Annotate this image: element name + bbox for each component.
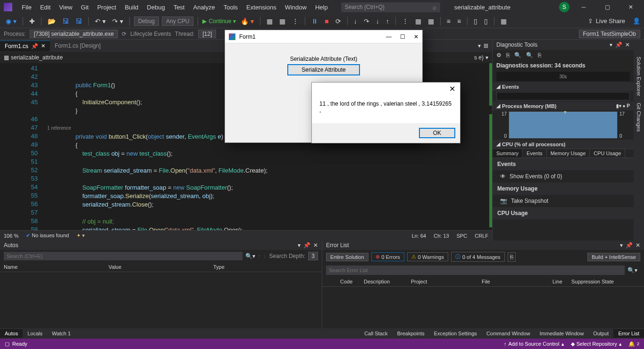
errlist-search[interactable] (326, 266, 625, 275)
hot-reload-icon[interactable]: 🔥 ▾ (239, 17, 256, 26)
tool-icon[interactable]: ▯ (472, 17, 479, 26)
menu-project[interactable]: Project (93, 2, 120, 13)
dropdown-icon[interactable]: ▾ (298, 242, 301, 249)
add-icon[interactable]: ⊞ (484, 42, 488, 49)
feedback-icon[interactable]: 👤 (633, 17, 640, 25)
close-button[interactable]: ✕ (621, 4, 640, 10)
menu-edit[interactable]: Edit (36, 2, 54, 13)
menu-file[interactable]: File (18, 2, 35, 13)
messagebox-dialog[interactable]: ✕ 11 , the lord of the rings , valerian … (311, 82, 460, 143)
menu-build[interactable]: Build (121, 2, 142, 13)
bottom-tab-watch-1[interactable]: Watch 1 (47, 329, 75, 338)
tool-icon[interactable]: ≡ (455, 17, 463, 26)
document-tab[interactable]: Form1.cs📌✕ (0, 41, 50, 51)
dropdown-icon[interactable]: ▾ (610, 42, 612, 48)
warnings-filter[interactable]: ⚠0 Warnings (407, 252, 448, 261)
cpu-header[interactable]: ◢ CPU (% of all processors) (493, 140, 634, 149)
bottom-tab-locals[interactable]: Locals (23, 329, 47, 338)
repo-button[interactable]: ◆ Select Repository ▴ (571, 341, 622, 347)
winform-titlebar[interactable]: Form1 — ☐ ✕ (225, 30, 422, 43)
scope-dropdown[interactable]: Entire Solution (326, 253, 368, 261)
process-dropdown[interactable]: [7308] serializable_attribute.exe (30, 30, 118, 38)
col-value[interactable]: Value (109, 264, 213, 270)
step-out-icon[interactable]: ↑ (384, 17, 391, 26)
tool-icon[interactable]: ▯ (482, 17, 490, 26)
tool-icon[interactable]: ⎘ (506, 52, 510, 58)
close-icon[interactable]: ✕ (625, 42, 630, 48)
save-all-icon[interactable]: 🖫 (74, 17, 84, 26)
save-icon[interactable]: 🖫 (60, 17, 71, 26)
live-share[interactable]: ⇪ Live Share 👤 (588, 17, 640, 25)
global-search[interactable]: Search (Ctrl+Q) ⌕ (341, 2, 440, 12)
gear-icon[interactable]: ⚙ (496, 52, 502, 58)
config-dropdown[interactable]: Debug (134, 17, 159, 26)
bottom-tab-call-stack[interactable]: Call Stack (360, 329, 393, 338)
col-type[interactable]: Type (213, 264, 318, 270)
menu-extensions[interactable]: Extensions (243, 2, 280, 13)
pause-icon[interactable]: ⏸ (309, 17, 320, 26)
bottom-tab-immediate-window[interactable]: Immediate Window (535, 329, 589, 338)
stop-icon[interactable]: ■ (323, 17, 330, 26)
step-icon[interactable]: ↓ (352, 17, 359, 26)
close-icon[interactable]: ✕ (636, 242, 640, 249)
menu-analyze[interactable]: Analyze (189, 2, 218, 13)
redo-icon[interactable]: ↷ ▾ (110, 17, 125, 26)
col-header[interactable]: Code (340, 279, 364, 284)
nav-up-icon[interactable]: ↑ (258, 253, 261, 259)
source-control-button[interactable]: ↑ Add to Source Control ▴ (504, 341, 564, 347)
indent-mode[interactable]: SPC (457, 233, 468, 239)
errors-filter[interactable]: ⊗0 Errors (371, 252, 404, 261)
bottom-tab-autos[interactable]: Autos (0, 329, 23, 338)
pin-icon[interactable]: 📌 (626, 242, 633, 249)
bottom-tab-breakpoints[interactable]: Breakpoints (393, 329, 429, 338)
open-icon[interactable]: 📂 (46, 17, 58, 26)
menu-view[interactable]: View (55, 2, 76, 13)
minimize-button[interactable]: — (386, 33, 392, 40)
tool-icon[interactable]: ▦ (413, 17, 423, 26)
col-header[interactable]: Project (411, 279, 482, 284)
messages-filter[interactable]: ⓘ0 of 4 Messages (451, 252, 505, 262)
undo-icon[interactable]: ↶ ▾ (93, 17, 108, 26)
document-tab[interactable]: Form1.cs [Design] (50, 41, 105, 51)
bottom-tab-exception-settings[interactable]: Exception Settings (429, 329, 482, 338)
autos-search[interactable] (4, 252, 243, 260)
build-filter-dropdown[interactable]: Build + IntelliSense (587, 253, 640, 261)
tool-icon[interactable]: ≡ (445, 17, 452, 26)
tool-icon[interactable]: ⋮ (290, 17, 301, 26)
col-header[interactable] (326, 279, 340, 284)
col-header[interactable]: Line (552, 279, 571, 284)
nav-down-icon[interactable]: ↓ (264, 253, 267, 259)
diag-tab-events[interactable]: Events (523, 149, 547, 158)
tool-icon[interactable]: ▦ (426, 17, 436, 26)
tool-icon[interactable]: ⎘ (508, 252, 516, 262)
nav-project[interactable]: ▦ serializable_attribute (4, 54, 228, 61)
pin-icon[interactable]: 📌 (303, 242, 310, 249)
tool-icon[interactable]: ▦ (265, 17, 275, 26)
col-header[interactable]: Description (364, 279, 411, 284)
line-ending[interactable]: CRLF (475, 233, 488, 239)
notifications-button[interactable]: 🔔2 (628, 341, 639, 347)
menu-debug[interactable]: Debug (143, 2, 168, 13)
nav-member[interactable]: s e) ▾ (460, 54, 488, 61)
tool-icon[interactable]: ✦ ▾ (76, 233, 85, 239)
col-header[interactable]: Suppression State (571, 279, 640, 284)
events-header[interactable]: ◢ Events (493, 82, 634, 91)
bottom-tab-command-window[interactable]: Command Window (482, 329, 535, 338)
pin-icon[interactable]: 📌 (31, 43, 38, 50)
tool-icon[interactable]: ⎘ (538, 52, 541, 58)
git-changes-tab[interactable]: Git Changes (635, 100, 643, 134)
tool-icon[interactable]: ▦ (277, 17, 287, 26)
search-icon[interactable]: 🔍▾ (245, 253, 255, 259)
pin-icon[interactable]: 📌 (615, 42, 622, 48)
zoom-out-icon[interactable]: 🔍 (526, 52, 533, 58)
menu-git[interactable]: Git (77, 2, 92, 13)
show-events-link[interactable]: 👁Show Events (0 of 0) (493, 170, 634, 183)
close-icon[interactable]: ✕ (313, 242, 318, 249)
minimize-button[interactable]: ─ (574, 4, 593, 10)
tool-icon[interactable]: ⋮ (400, 17, 410, 26)
close-button[interactable]: ✕ (414, 33, 418, 40)
serialize-button[interactable]: Serialize Attribute (287, 64, 360, 75)
menu-tools[interactable]: Tools (220, 2, 242, 13)
back-icon[interactable]: ◉ ▾ (4, 17, 18, 26)
diag-tab-cpu-usage[interactable]: CPU Usage (590, 149, 625, 158)
